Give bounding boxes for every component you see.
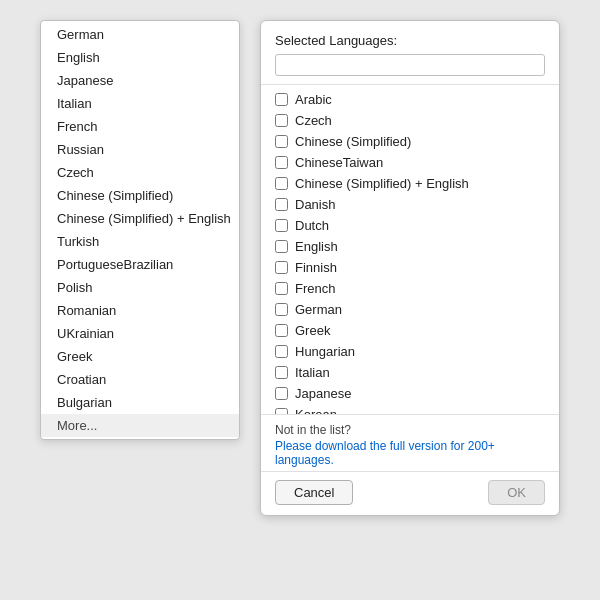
list-item: French <box>261 278 559 299</box>
language-label[interactable]: Chinese (Simplified) + English <box>295 176 469 191</box>
language-label[interactable]: Japanese <box>295 386 351 401</box>
language-checkbox[interactable] <box>275 135 288 148</box>
language-label[interactable]: Arabic <box>295 92 332 107</box>
language-label[interactable]: Korean <box>295 407 337 414</box>
list-item: Greek <box>261 320 559 341</box>
list-item: Japanese <box>261 383 559 404</box>
language-checkbox[interactable] <box>275 345 288 358</box>
dropdown-item[interactable]: Chinese (Simplified) + English <box>41 207 239 230</box>
dropdown-item[interactable]: Italian <box>41 92 239 115</box>
language-checkbox[interactable] <box>275 387 288 400</box>
dropdown-item[interactable]: Czech <box>41 161 239 184</box>
list-item: Danish <box>261 194 559 215</box>
language-checkbox[interactable] <box>275 366 288 379</box>
language-checkbox[interactable] <box>275 219 288 232</box>
language-label[interactable]: German <box>295 302 342 317</box>
list-item: English <box>261 236 559 257</box>
list-item: Dutch <box>261 215 559 236</box>
language-label[interactable]: Finnish <box>295 260 337 275</box>
language-label[interactable]: Italian <box>295 365 330 380</box>
list-item: Italian <box>261 362 559 383</box>
dropdown-item[interactable]: German <box>41 23 239 46</box>
cancel-button[interactable]: Cancel <box>275 480 353 505</box>
ok-button[interactable]: OK <box>488 480 545 505</box>
list-item: Finnish <box>261 257 559 278</box>
language-label[interactable]: English <box>295 239 338 254</box>
selected-languages-dialog: Selected Languages: ArabicCzechChinese (… <box>260 20 560 516</box>
language-checkbox[interactable] <box>275 261 288 274</box>
dropdown-item[interactable]: Polish <box>41 276 239 299</box>
dropdown-item[interactable]: Chinese (Simplified) <box>41 184 239 207</box>
list-item: Arabic <box>261 89 559 110</box>
list-item: Czech <box>261 110 559 131</box>
dialog-title: Selected Languages: <box>261 21 559 54</box>
dropdown-item-more[interactable]: More... <box>41 414 239 437</box>
language-label[interactable]: French <box>295 281 335 296</box>
language-checkbox[interactable] <box>275 324 288 337</box>
dropdown-item[interactable]: Bulgarian <box>41 391 239 414</box>
language-checkbox[interactable] <box>275 177 288 190</box>
list-item: Korean <box>261 404 559 414</box>
dropdown-item[interactable]: Croatian <box>41 368 239 391</box>
dropdown-item[interactable]: Japanese <box>41 69 239 92</box>
dropdown-item[interactable]: Russian <box>41 138 239 161</box>
language-checkbox[interactable] <box>275 240 288 253</box>
dropdown-item[interactable]: Romanian <box>41 299 239 322</box>
language-label[interactable]: Greek <box>295 323 330 338</box>
language-label[interactable]: Chinese (Simplified) <box>295 134 411 149</box>
dropdown-item[interactable]: English <box>41 46 239 69</box>
language-list: ArabicCzechChinese (Simplified)ChineseTa… <box>261 84 559 414</box>
list-item: Chinese (Simplified) + English <box>261 173 559 194</box>
language-checkbox[interactable] <box>275 282 288 295</box>
language-label[interactable]: ChineseTaiwan <box>295 155 383 170</box>
language-label[interactable]: Czech <box>295 113 332 128</box>
search-input[interactable] <box>275 54 545 76</box>
list-item: Hungarian <box>261 341 559 362</box>
dropdown-item[interactable]: Greek <box>41 345 239 368</box>
language-checkbox[interactable] <box>275 156 288 169</box>
language-dropdown: GermanEnglishJapaneseItalianFrenchRussia… <box>40 20 240 440</box>
dropdown-item[interactable]: PortugueseBrazilian <box>41 253 239 276</box>
list-item: ChineseTaiwan <box>261 152 559 173</box>
not-in-list-section: Not in the list? Please download the ful… <box>261 414 559 471</box>
language-checkbox[interactable] <box>275 93 288 106</box>
list-item: Chinese (Simplified) <box>261 131 559 152</box>
language-checkbox[interactable] <box>275 198 288 211</box>
dropdown-item[interactable]: French <box>41 115 239 138</box>
language-label[interactable]: Dutch <box>295 218 329 233</box>
download-link[interactable]: Please download the full version for 200… <box>275 439 545 467</box>
list-item: German <box>261 299 559 320</box>
language-label[interactable]: Hungarian <box>295 344 355 359</box>
dropdown-item[interactable]: UKrainian <box>41 322 239 345</box>
language-label[interactable]: Danish <box>295 197 335 212</box>
not-in-list-text: Not in the list? <box>275 423 351 437</box>
dropdown-item[interactable]: Turkish <box>41 230 239 253</box>
language-checkbox[interactable] <box>275 114 288 127</box>
dialog-search-container <box>275 54 545 76</box>
language-checkbox[interactable] <box>275 303 288 316</box>
dialog-buttons: Cancel OK <box>261 471 559 515</box>
